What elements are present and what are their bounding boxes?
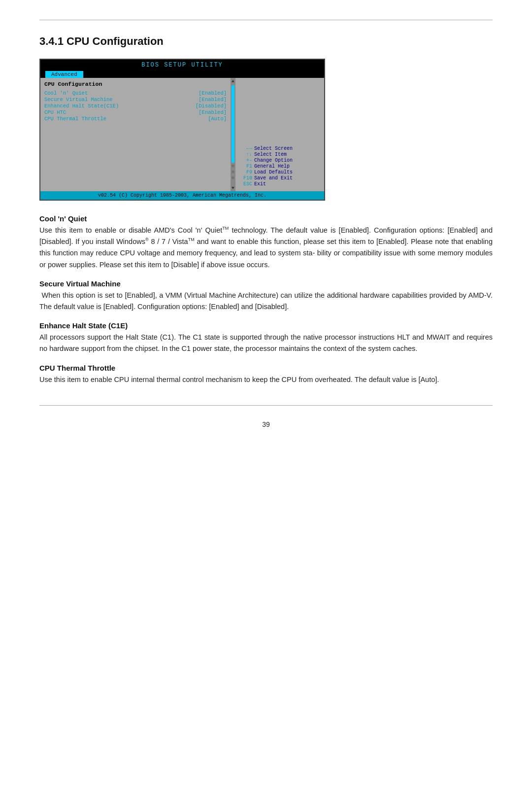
bios-help-key-2: +- — [238, 158, 252, 163]
bios-item-row: Cool 'n' Quiet [Enabled] — [44, 90, 227, 96]
bios-help-row-2: +- Change Option — [238, 158, 321, 163]
bios-scroll-down: ▼ — [232, 186, 234, 191]
body-cpu-thermal-throttle: Use this item to enable CPU internal the… — [39, 374, 493, 385]
body-secure-virtual-machine: When this option is set to [Enabled], a … — [39, 290, 493, 312]
page-number: 39 — [39, 420, 493, 428]
bios-help-key-5: F10 — [238, 175, 252, 181]
bios-help-row-5: F10 Save and Exit — [238, 175, 321, 181]
bios-item-label-0: Cool 'n' Quiet — [44, 90, 88, 96]
top-rule — [39, 20, 493, 20]
bios-item-row: Enhanced Halt State(C1E) [Disabled] — [44, 103, 227, 109]
bios-item-row: CPU Thermal Throttle [Auto] — [44, 116, 227, 122]
bios-sym-2: ≡ — [232, 170, 234, 175]
heading-cpu-thermal-throttle: CPU Thermal Throttle — [39, 364, 493, 372]
bios-help-desc-4: Load Defaults — [254, 170, 293, 175]
bottom-rule — [39, 405, 493, 406]
bios-item-label-3: CPU HTC — [44, 109, 66, 115]
bios-item-label-4: CPU Thermal Throttle — [44, 116, 106, 122]
bios-footer: v02.54 (C) Copyright 1985-2003, American… — [40, 191, 324, 200]
bios-right-panel: ←→ Select Screen ↑↓ Select Item +- Chang… — [235, 78, 324, 191]
bios-help-desc-2: Change Option — [254, 158, 293, 163]
bios-left-panel: CPU Configuration Cool 'n' Quiet [Enable… — [40, 78, 231, 191]
bios-help-key-1: ↑↓ — [238, 152, 252, 157]
bios-item-value-3: [Enabled] — [199, 109, 227, 115]
bios-help-key-4: F9 — [238, 170, 252, 175]
bios-item-value-2: [Disabled] — [196, 103, 227, 109]
bios-sym-3: ≡ — [232, 175, 234, 181]
bios-help-section: ←→ Select Screen ↑↓ Select Item +- Chang… — [238, 146, 321, 187]
bios-screenshot: BIOS SETUP UTILITY Advanced CPU Configur… — [39, 59, 325, 201]
bios-item-row: CPU HTC [Enabled] — [44, 109, 227, 115]
bios-item-value-0: [Enabled] — [199, 90, 227, 96]
bios-help-desc-1: Select Item — [254, 152, 287, 157]
bios-help-row-3: F1 General Help — [238, 164, 321, 169]
bios-header-title: BIOS SETUP UTILITY — [40, 60, 324, 70]
bios-help-key-6: ESC — [238, 181, 252, 187]
bios-help-desc-0: Select Screen — [254, 146, 293, 151]
heading-cool-n-quiet: Cool 'n' Quiet — [39, 214, 493, 223]
bios-tab-advanced: Advanced — [45, 71, 83, 78]
heading-enhance-halt-state: Enhance Halt State (C1E) — [39, 321, 493, 330]
bios-help-desc-6: Exit — [254, 181, 266, 187]
bios-scrollbar: ▲ ≡ ≡ ≡ ▼ — [231, 78, 235, 191]
bios-scrollbar-track — [232, 85, 234, 163]
bios-help-key-3: F1 — [238, 164, 252, 169]
bios-tabs: Advanced — [40, 70, 324, 78]
bios-item-row: Secure Virtual Machine [Enabled] — [44, 97, 227, 103]
body-enhance-halt-state: All processors support the Halt State (C… — [39, 332, 493, 354]
bios-help-key-0: ←→ — [238, 146, 252, 151]
bios-body: CPU Configuration Cool 'n' Quiet [Enable… — [40, 78, 324, 191]
bios-section-title: CPU Configuration — [44, 81, 227, 87]
bios-help-row-0: ←→ Select Screen — [238, 146, 321, 151]
heading-secure-virtual-machine: Secure Virtual Machine — [39, 279, 493, 288]
bios-item-value-1: [Enabled] — [199, 97, 227, 103]
body-cool-n-quiet: Use this item to enable or disable AMD's… — [39, 225, 493, 271]
bios-item-label-2: Enhanced Halt State(C1E) — [44, 103, 119, 109]
bios-help-desc-3: General Help — [254, 164, 290, 169]
bios-item-label-1: Secure Virtual Machine — [44, 97, 113, 103]
bios-scroll-symbols: ≡ ≡ ≡ — [232, 164, 234, 186]
bios-help-row-6: ESC Exit — [238, 181, 321, 187]
bios-help-row-4: F9 Load Defaults — [238, 170, 321, 175]
bios-scroll-up: ▲ — [232, 79, 234, 84]
bios-sym-1: ≡ — [232, 164, 234, 169]
bios-item-value-4: [Auto] — [208, 116, 227, 122]
page-title: 3.4.1 CPU Configuration — [39, 35, 493, 48]
bios-help-desc-5: Save and Exit — [254, 175, 293, 181]
bios-help-row-1: ↑↓ Select Item — [238, 152, 321, 157]
descriptions: Cool 'n' Quiet Use this item to enable o… — [39, 214, 493, 385]
